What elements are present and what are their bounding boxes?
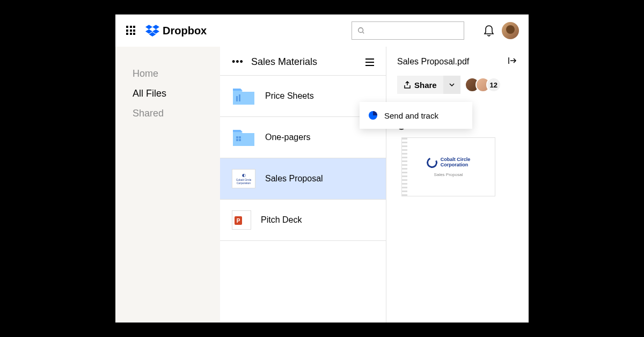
notifications-icon[interactable] (484, 25, 494, 36)
share-label: Share (414, 80, 437, 90)
expand-panel-icon[interactable] (508, 56, 518, 67)
file-preview-thumbnail[interactable]: Cobalt Circle Corporation Sales Proposal (401, 137, 495, 196)
shared-users-stack[interactable]: 12 (465, 77, 501, 92)
svg-rect-3 (239, 94, 240, 101)
brand-name: Dropbox (163, 25, 207, 37)
sidebar-item-all-files[interactable]: All Files (133, 84, 203, 104)
detail-header: Sales Proposal.pdf (397, 56, 518, 67)
svg-rect-5 (239, 136, 241, 138)
file-name: Price Sheets (265, 91, 314, 101)
pdf-thumbnail-icon: Cobalt CircleCorporation (232, 169, 255, 188)
search-icon (357, 27, 365, 34)
svg-point-0 (358, 28, 363, 33)
dropbox-logo[interactable]: Dropbox (145, 24, 207, 37)
svg-rect-7 (239, 139, 241, 141)
sidebar-item-home[interactable]: Home (133, 64, 203, 84)
header: Dropbox (115, 14, 529, 47)
file-list-panel: ••• Sales Materials Price Sheets (220, 47, 386, 323)
share-dropdown[interactable] (443, 76, 460, 94)
file-name: Sales Proposal (265, 174, 323, 184)
popup-label: Send and track (384, 111, 438, 120)
file-list-header: ••• Sales Materials (220, 47, 386, 76)
preview-company-logo: Cobalt Circle Corporation (427, 157, 471, 168)
folder-icon (232, 128, 255, 147)
file-name: Pitch Deck (261, 215, 302, 225)
view-options-icon[interactable] (365, 58, 374, 66)
folder-title: Sales Materials (251, 56, 365, 68)
svg-line-1 (363, 32, 364, 34)
sidebar-item-shared[interactable]: Shared (133, 104, 203, 123)
more-options-icon[interactable]: ••• (232, 56, 244, 68)
chevron-down-icon (449, 83, 455, 87)
file-row-sales-proposal[interactable]: Cobalt CircleCorporation Sales Proposal (220, 158, 386, 200)
sidebar: Home All Files Shared (115, 47, 220, 323)
share-count-badge: 12 (486, 77, 501, 92)
search-input[interactable] (352, 21, 464, 40)
send-and-track-popup[interactable]: Send and track (360, 102, 472, 129)
apps-grid-icon[interactable] (126, 26, 136, 35)
folder-icon (232, 86, 255, 106)
svg-rect-2 (236, 96, 238, 101)
user-avatar[interactable] (502, 22, 519, 39)
dropbox-icon (145, 24, 159, 37)
share-icon (404, 81, 411, 89)
file-name: One-pagers (265, 133, 311, 142)
preview-doc-title: Sales Proposal (434, 172, 463, 177)
file-row-pitch-deck[interactable]: Pitch Deck (220, 200, 386, 241)
share-row: Share 12 (397, 76, 518, 94)
detail-panel: Sales Proposal.pdf Share (386, 47, 529, 323)
svg-rect-6 (236, 139, 238, 141)
share-button[interactable]: Share (397, 76, 443, 94)
app-window: Dropbox Home All Files Shared ••• Sales … (115, 14, 529, 323)
detail-title: Sales Proposal.pdf (397, 57, 469, 67)
pie-chart-icon (368, 111, 378, 120)
svg-rect-4 (236, 136, 238, 138)
powerpoint-icon (232, 210, 251, 230)
